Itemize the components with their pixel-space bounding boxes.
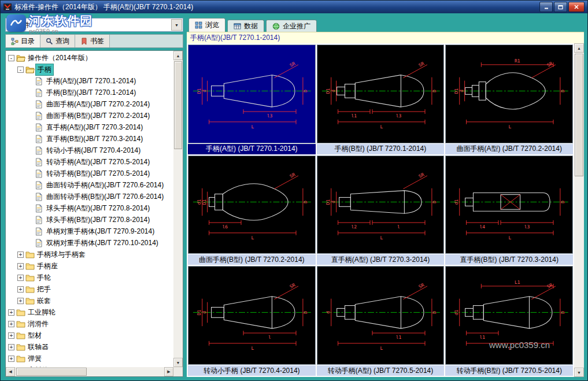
tree-item-label[interactable]: 曲面手柄(A型)(JB/T 7270.2-2014) <box>45 99 151 110</box>
expand-icon[interactable]: + <box>17 263 24 269</box>
grid-vertical-scrollbar[interactable]: ▲ ▼ <box>574 43 584 377</box>
expand-icon[interactable]: + <box>17 251 24 258</box>
tree-item-label[interactable]: 润滑件 <box>26 319 50 330</box>
close-button[interactable] <box>568 2 585 12</box>
tree-item-label[interactable]: 型材 <box>26 330 43 341</box>
thumbnail-drawing[interactable]: d1Dl4l3L <box>445 156 573 254</box>
thumbnail-caption[interactable]: 转动手柄(B型) (JB/T 7270.5-2014) <box>445 365 573 376</box>
tree-item-label[interactable]: 直手柄(B型)(JB/T 7270.3-2014) <box>45 134 145 145</box>
tree-item-label[interactable]: 手柄座 <box>35 261 60 272</box>
thumbnail-cell[interactable]: D1dDSRl1l3L手柄(B型) (JB/T 7270.1-2014) <box>317 45 445 154</box>
right-tab-1[interactable]: 浏览 <box>188 18 225 32</box>
thumbnail-caption[interactable]: 手柄(B型) (JB/T 7270.1-2014) <box>317 144 445 154</box>
expand-icon[interactable]: + <box>8 344 14 350</box>
scroll-up-icon[interactable]: ▲ <box>574 43 584 53</box>
scroll-down-icon[interactable]: ▼ <box>574 368 584 377</box>
category-dropdown[interactable]: 操作件 ▼ <box>5 18 183 32</box>
tree-item-label[interactable]: 曲面转动手柄(B型)(JB/T 7270.6-2014) <box>45 191 165 202</box>
tree-item[interactable]: +工业脚轮 <box>6 306 173 318</box>
tree-item-label[interactable]: 工业脚轮 <box>26 307 57 318</box>
thumbnail-caption[interactable]: 曲面手柄(A型) (JB/T 7270.2-2014) <box>445 144 573 154</box>
tree-item[interactable]: 手柄(B型)(JB/T 7270.1-2014) <box>6 87 173 98</box>
thumbnail-cell[interactable]: D1dDSRR1L曲面手柄(A型) (JB/T 7270.2-2014) <box>445 45 573 154</box>
thumbnail-caption[interactable]: 直手柄(A型) (JB/T 7270.3-2014) <box>317 254 445 265</box>
tree-item[interactable]: 曲面手柄(A型)(JB/T 7270.2-2014) <box>6 98 173 110</box>
thumbnail-cell[interactable]: d1D1DSRl6L曲面手柄(B型) (JB/T 7270.2-2014) <box>188 156 316 265</box>
tree-item-label[interactable]: 手柄球与手柄套 <box>35 249 87 260</box>
left-tab-1[interactable]: 目录 <box>6 35 40 47</box>
tree-item-label[interactable]: 手轮 <box>35 272 53 283</box>
thumbnail-drawing[interactable]: d1D1DSRl6L <box>188 156 316 254</box>
tree-item-label[interactable]: 直手柄(A型)(JB/T 7270.3-2014) <box>45 122 145 133</box>
right-tab-3[interactable]: 企业推广 <box>266 20 317 32</box>
tree-item-label[interactable]: 手柄(B型)(JB/T 7270.1-2014) <box>45 87 138 98</box>
tree-item-label[interactable]: 联轴器 <box>26 342 50 353</box>
thumbnail-cell[interactable]: dDSRl1L转动手柄(A型) (JB/T 7270.5-2014) <box>317 266 445 376</box>
thumbnail-cell[interactable]: D1dDSRl2lL直手柄(A型) (JB/T 7270.3-2014) <box>317 156 445 265</box>
tree-item[interactable]: -手柄 <box>6 64 173 75</box>
expand-icon[interactable]: + <box>8 309 14 316</box>
tree-item-label[interactable]: 嵌套 <box>35 295 53 306</box>
tree-item-label[interactable]: 曲面手柄(B型)(JB/T 7270.2-2014) <box>45 110 151 121</box>
tree-item[interactable]: -操作件（2014年版） <box>6 52 173 64</box>
expand-icon[interactable]: + <box>8 321 14 327</box>
tree-item[interactable]: +型材 <box>6 330 173 341</box>
right-tab-2[interactable]: 数据 <box>227 20 264 32</box>
scroll-down-icon[interactable]: ▼ <box>173 358 183 367</box>
collapse-icon[interactable]: - <box>17 66 24 73</box>
tree-item[interactable]: 转动手柄(B型)(JB/T 7270.5-2014) <box>6 168 173 179</box>
thumbnail-cell[interactable]: D1dDSRl3L手柄(A型) (JB/T 7270.1-2014) <box>188 45 316 154</box>
tree-item[interactable]: +把手 <box>6 283 173 295</box>
tree-item[interactable]: 双柄对重手柄体(JB/T 7270.10-2014) <box>6 237 173 249</box>
thumbnail-caption[interactable]: 手柄(A型) (JB/T 7270.1-2014) <box>188 144 316 154</box>
tree-item[interactable]: 转动小手柄(JB/T 7270.4-2014) <box>6 145 173 156</box>
tree-item-label[interactable]: 曲面转动手柄(A型)(JB/T 7270.6-2014) <box>45 180 165 191</box>
tree-item[interactable]: +嵌套 <box>6 295 173 306</box>
tree-item[interactable]: 直手柄(B型)(JB/T 7270.3-2014) <box>6 133 173 145</box>
expand-icon[interactable]: + <box>8 332 14 339</box>
tree-item-label[interactable]: 双柄对重手柄体(JB/T 7270.10-2014) <box>45 238 160 249</box>
expand-icon[interactable]: + <box>17 298 24 304</box>
thumbnail-drawing[interactable]: D1dDSRR1L <box>445 45 573 143</box>
tree-item[interactable]: 曲面转动手柄(B型)(JB/T 7270.6-2014) <box>6 191 173 202</box>
collapse-icon[interactable]: - <box>8 55 14 61</box>
tree-item[interactable]: +弹簧 <box>6 353 173 364</box>
dropdown-arrow-icon[interactable]: ▼ <box>171 19 182 31</box>
tree-horizontal-scrollbar[interactable]: ◀ ▶ <box>6 367 173 376</box>
tree-item-label[interactable]: 转动小手柄(JB/T 7270.4-2014) <box>45 145 142 156</box>
tree-item-label[interactable]: 球头手柄(B型)(JB/T 7270.8-2014) <box>45 214 151 225</box>
thumbnail-cell[interactable]: d1DSRL1l1L转动手柄(B型) (JB/T 7270.5-2014) <box>445 266 573 376</box>
tree-item[interactable]: +手柄座 <box>6 260 173 272</box>
tree-item[interactable]: 曲面转动手柄(A型)(JB/T 7270.6-2014) <box>6 179 173 191</box>
thumbnail-drawing[interactable]: D1dDSRl1l3L <box>317 45 445 143</box>
minimize-button[interactable] <box>539 2 553 12</box>
tree-item-label[interactable]: 手柄 <box>35 64 54 76</box>
thumbnail-caption[interactable]: 曲面手柄(B型) (JB/T 7270.2-2014) <box>188 254 316 265</box>
thumbnail-drawing[interactable]: d1DSRL1l1L <box>445 266 573 365</box>
tree-vertical-scrollbar[interactable]: ▲ ▼ <box>173 51 183 367</box>
thumbnail-cell[interactable]: d1Dl4l3L直手柄(B型) (JB/T 7270.3-2014) <box>445 156 573 265</box>
tree-item[interactable]: 球头手柄(A型)(JB/T 7270.8-2014) <box>6 202 173 214</box>
tree-item[interactable]: 单柄对重手柄体(JB/T 7270.9-2014) <box>6 225 173 237</box>
tree-item[interactable]: 球头手柄(B型)(JB/T 7270.8-2014) <box>6 214 173 225</box>
thumbnail-drawing[interactable]: D1dDSRl2lL <box>317 156 445 254</box>
tree-item[interactable]: +润滑件 <box>6 318 173 330</box>
tree-item[interactable]: +手柄球与手柄套 <box>6 249 173 260</box>
tree-item-label[interactable]: 把手 <box>35 284 53 295</box>
left-tab-2[interactable]: 查询 <box>40 35 75 47</box>
tree-hscrollbar-thumb[interactable] <box>16 368 87 376</box>
tree-item-label[interactable]: 球头手柄(A型)(JB/T 7270.8-2014) <box>45 203 151 214</box>
maximize-button[interactable] <box>554 2 567 12</box>
thumbnail-drawing[interactable]: D1dDSRl3L <box>188 45 316 143</box>
tree-item-label[interactable]: 操作件（2014年版） <box>26 53 94 64</box>
thumbnail-caption[interactable]: 直手柄(B型) (JB/T 7270.3-2014) <box>445 254 573 265</box>
tree-item-label[interactable]: 手柄(A型)(JB/T 7270.1-2014) <box>45 76 138 87</box>
tree-scrollbar-thumb[interactable] <box>174 61 182 149</box>
scroll-right-icon[interactable]: ▶ <box>164 367 173 376</box>
tree-item[interactable]: +手轮 <box>6 272 173 283</box>
left-tab-3[interactable]: 书签 <box>75 35 110 47</box>
expand-icon[interactable]: + <box>17 286 24 293</box>
thumbnail-cell[interactable]: D1dDSRlL转动小手柄 (JB/T 7270.4-2014) <box>188 266 316 376</box>
thumbnail-drawing[interactable]: dDSRl1L <box>317 266 445 365</box>
expand-icon[interactable]: + <box>17 275 24 281</box>
